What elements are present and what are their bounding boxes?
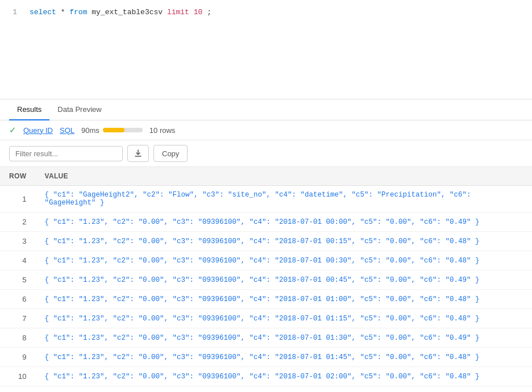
code-editor: 1 select * from my_ext_table3csv limit 1… (0, 0, 532, 99)
cell-value: { "c1": "1.23", "c2": "0.00", "c3": "093… (35, 328, 532, 348)
cell-value: { "c1": "1.23", "c2": "0.00", "c3": "093… (35, 232, 532, 251)
results-toolbar: ✓ Query ID SQL 90ms 10 rows (0, 120, 532, 140)
filter-input[interactable] (9, 146, 123, 161)
table-row: 1{ "c1": "GageHeight2", "c2": "Flow", "c… (0, 186, 532, 212)
sql-link[interactable]: SQL (60, 126, 74, 135)
tabs-bar: Results Data Preview (0, 99, 532, 120)
sql-table-name: my_ext_table3csv (92, 8, 167, 16)
cell-value: { "c1": "1.23", "c2": "0.00", "c3": "093… (35, 212, 532, 232)
table-header: Row VALUE (0, 167, 532, 186)
download-icon (134, 149, 143, 158)
cell-value: { "c1": "GageHeight2", "c2": "Flow", "c3… (35, 186, 532, 212)
cell-row-number: 5 (0, 270, 35, 290)
cell-row-number: 10 (0, 367, 35, 386)
cell-value: { "c1": "1.23", "c2": "0.00", "c3": "093… (35, 290, 532, 309)
sql-select-keyword: select (30, 8, 56, 16)
results-table-wrap: Row VALUE 1{ "c1": "GageHeight2", "c2": … (0, 167, 532, 386)
timing-value: 90ms (81, 126, 99, 135)
table-row: 6{ "c1": "1.23", "c2": "0.00", "c3": "09… (0, 290, 532, 309)
sql-limit-value: 10 (194, 8, 203, 16)
cell-row-number: 6 (0, 290, 35, 309)
cell-row-number: 1 (0, 186, 35, 212)
cell-value: { "c1": "1.23", "c2": "0.00", "c3": "093… (35, 270, 532, 290)
timing-progress-fill (103, 128, 125, 132)
table-body: 1{ "c1": "GageHeight2", "c2": "Flow", "c… (0, 186, 532, 386)
table-row: 9{ "c1": "1.23", "c2": "0.00", "c3": "09… (0, 348, 532, 367)
line-number: 1 (6, 7, 17, 19)
table-row: 3{ "c1": "1.23", "c2": "0.00", "c3": "09… (0, 232, 532, 251)
table-header-row: Row VALUE (0, 167, 532, 186)
table-row: 10{ "c1": "1.23", "c2": "0.00", "c3": "0… (0, 367, 532, 386)
timing-progress-bar (103, 128, 143, 132)
sql-limit-keyword: limit (167, 8, 189, 16)
table-row: 8{ "c1": "1.23", "c2": "0.00", "c3": "09… (0, 328, 532, 348)
cell-row-number: 4 (0, 251, 35, 270)
cell-row-number: 3 (0, 232, 35, 251)
cell-row-number: 9 (0, 348, 35, 367)
results-table: Row VALUE 1{ "c1": "GageHeight2", "c2": … (0, 167, 532, 386)
line-numbers: 1 (0, 0, 23, 99)
query-id-link[interactable]: Query ID (23, 126, 53, 135)
sql-from-keyword: from (69, 8, 87, 16)
success-icon: ✓ (9, 125, 16, 135)
sql-semicolon: ; (207, 8, 211, 16)
table-row: 4{ "c1": "1.23", "c2": "0.00", "c3": "09… (0, 251, 532, 270)
col-header-row: Row (0, 167, 35, 186)
cell-row-number: 7 (0, 309, 35, 328)
cell-row-number: 8 (0, 328, 35, 348)
cell-value: { "c1": "1.23", "c2": "0.00", "c3": "093… (35, 309, 532, 328)
code-content[interactable]: select * from my_ext_table3csv limit 10 … (23, 0, 532, 99)
cell-value: { "c1": "1.23", "c2": "0.00", "c3": "093… (35, 348, 532, 367)
cell-value: { "c1": "1.23", "c2": "0.00", "c3": "093… (35, 367, 532, 386)
cell-row-number: 2 (0, 212, 35, 232)
copy-button[interactable]: Copy (153, 145, 188, 162)
filter-row: Copy (0, 140, 532, 167)
rows-count: 10 rows (149, 126, 176, 135)
table-row: 5{ "c1": "1.23", "c2": "0.00", "c3": "09… (0, 270, 532, 290)
cell-value: { "c1": "1.23", "c2": "0.00", "c3": "093… (35, 251, 532, 270)
table-row: 2{ "c1": "1.23", "c2": "0.00", "c3": "09… (0, 212, 532, 232)
tab-results[interactable]: Results (9, 99, 49, 120)
tab-data-preview[interactable]: Data Preview (49, 99, 109, 120)
timing-display: 90ms (81, 126, 143, 135)
col-header-value: VALUE (35, 167, 532, 186)
table-row: 7{ "c1": "1.23", "c2": "0.00", "c3": "09… (0, 309, 532, 328)
sql-plain: * (61, 8, 70, 16)
download-button[interactable] (127, 145, 149, 162)
